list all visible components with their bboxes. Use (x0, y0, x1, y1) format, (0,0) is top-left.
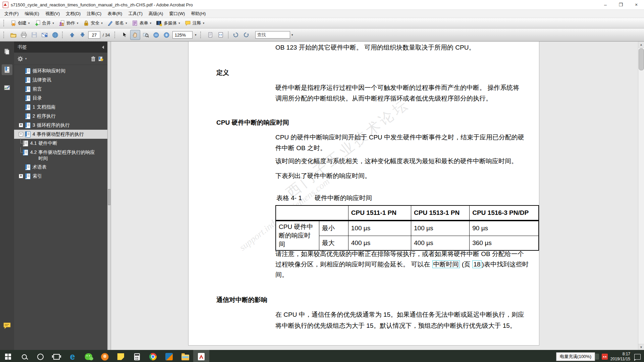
zoom-level-value[interactable]: 125% (172, 31, 193, 39)
table-header-row: CPU 1511-1 PNCPU 1513-1 PNCPU 1516-3 PN/… (276, 205, 539, 221)
bookmarks-panel-tab[interactable] (2, 64, 12, 75)
minimize-button[interactable]: – (598, 0, 613, 9)
interrupt-time-link[interactable]: 18 (472, 260, 481, 268)
zoom-out-button[interactable] (152, 30, 161, 40)
single-page-view-button[interactable] (206, 30, 215, 40)
vertical-scrollbar[interactable]: ▲ ▼ (638, 42, 644, 350)
print-button[interactable] (19, 30, 29, 40)
taskbar-app-explorer[interactable] (177, 350, 193, 362)
multimedia-button[interactable]: 多媒体▾ (154, 19, 182, 27)
bookmark-text: 目录 (33, 95, 42, 101)
bookmark-item-前言[interactable]: 前言 (14, 84, 107, 94)
menu-item-0[interactable]: 文件(F) (1, 10, 22, 18)
taskbar-app-taskview[interactable] (48, 350, 64, 362)
tree-expand-toggle[interactable]: + (19, 174, 23, 178)
marquee-zoom-button[interactable] (141, 30, 151, 40)
menu-item-8[interactable]: 窗口(W) (166, 10, 188, 18)
find-input[interactable] (255, 31, 290, 39)
heading-communication: 通信对中断的影响 (216, 296, 267, 304)
tray-red-app-icon[interactable] (602, 354, 608, 360)
delete-bookmark-trash-icon[interactable] (91, 56, 96, 62)
bookmark-item-1[interactable]: 1文档指南 (14, 103, 107, 112)
bookmark-item-循环和响应时间[interactable]: 循环和响应时间 (14, 66, 107, 75)
save-button[interactable] (30, 30, 39, 40)
scrollbar-thumb[interactable] (639, 48, 644, 70)
bookmark-item-4[interactable]: −4事件驱动型程序的执行 (14, 130, 107, 139)
menu-item-1[interactable]: 编辑(E) (22, 10, 42, 18)
taskbar-app-vmware[interactable] (161, 350, 177, 362)
forms-button[interactable]: 表单▾ (129, 19, 154, 27)
taskbar-app-calculator[interactable] (129, 350, 145, 362)
start-button[interactable] (0, 350, 16, 362)
menu-item-7[interactable]: 高级(A) (146, 10, 166, 18)
taskbar-app-cortana[interactable] (32, 350, 48, 362)
maximize-button[interactable]: ❐ (613, 0, 629, 9)
tree-collapse-toggle[interactable]: − (19, 132, 23, 136)
panel-splitter[interactable] (107, 42, 111, 350)
taskbar-app-edge[interactable]: e (64, 350, 80, 362)
bookmark-item-3[interactable]: +3循环程序的执行 (14, 121, 107, 130)
zoom-in-button[interactable] (162, 30, 171, 40)
signatures-panel-tab[interactable] (2, 82, 12, 93)
bookmark-item-索引[interactable]: +索引 (14, 172, 107, 181)
menu-item-6[interactable]: 工具(T) (125, 10, 146, 18)
bookmark-item-2[interactable]: 2程序执行 (14, 112, 107, 121)
taskbar-app-sticky-notes[interactable] (113, 350, 129, 362)
menu-item-3[interactable]: 文档(D) (63, 10, 84, 18)
taskbar-app-search[interactable] (16, 350, 32, 362)
select-tool-button[interactable] (120, 30, 129, 40)
new-bookmark-icon[interactable] (98, 56, 104, 62)
comment-button[interactable]: 注释▾ (182, 19, 207, 27)
find-dropdown-arrow-icon[interactable]: ▾ (290, 31, 294, 39)
table-value-cell: 100 µs (348, 221, 411, 236)
rotate-counterclockwise-button[interactable] (231, 30, 240, 40)
interrupt-time-link[interactable]: 中断时间 (432, 260, 460, 268)
combine-button[interactable]: 合并▾ (32, 19, 57, 27)
action-center-icon[interactable] (634, 354, 641, 360)
tree-expand-toggle[interactable]: + (19, 123, 23, 127)
taskbar-app-acrobat[interactable] (193, 350, 209, 362)
scroll-up-icon[interactable]: ▲ (638, 42, 644, 48)
comments-panel-tab[interactable] (2, 320, 12, 331)
fit-width-button[interactable] (216, 30, 225, 40)
splitter-grab-handle[interactable] (108, 189, 110, 205)
taskbar-app-headset-app[interactable] (97, 350, 113, 362)
hand-tool-button[interactable] (130, 30, 140, 40)
open-file-button[interactable] (9, 30, 18, 40)
bookmark-item-术语表[interactable]: 术语表 (14, 163, 107, 172)
menu-item-5[interactable]: 表单(R) (104, 10, 125, 18)
collaborate-button[interactable]: 协作▾ (56, 19, 81, 27)
menu-item-9[interactable]: 帮助(H) (188, 10, 209, 18)
menu-item-2[interactable]: 视图(V) (42, 10, 63, 18)
page-number-input[interactable] (88, 31, 100, 39)
taskbar-app-chrome[interactable] (145, 350, 161, 362)
menu-item-4[interactable]: 注释(C) (84, 10, 104, 18)
options-dropdown-arrow-icon[interactable]: ▾ (25, 57, 27, 60)
bookmark-item-法律资讯[interactable]: 法律资讯 (14, 75, 107, 84)
next-page-button[interactable] (78, 30, 87, 40)
bookmark-label: 法律资讯 (33, 77, 51, 83)
pages-panel-tab[interactable] (2, 46, 12, 57)
taskbar-clock[interactable]: 8:172019/11/15 (610, 352, 630, 362)
options-gear-icon[interactable] (17, 56, 23, 62)
collapse-panel-icon[interactable] (102, 46, 104, 49)
create-button[interactable]: 创建▾ (8, 19, 32, 27)
paragraph-communication: 在 CPU 中，通信任务的优先级通常为 15。如果通信任务无法中断或延迟中断执行… (275, 309, 524, 331)
bookmark-item-4.2[interactable]: 4.2事件驱动型程序执行的响应时间 (14, 148, 107, 163)
previous-page-button[interactable] (67, 30, 77, 40)
scroll-down-icon[interactable]: ▼ (638, 344, 644, 350)
security-button[interactable]: 安全▾ (81, 19, 105, 27)
zoom-dropdown-arrow-icon[interactable]: ▾ (194, 31, 198, 39)
sign-button[interactable]: 签名▾ (105, 19, 129, 27)
web-capture-button[interactable] (50, 30, 60, 40)
bookmark-item-目录[interactable]: 目录 (14, 94, 107, 103)
close-button[interactable]: × (629, 0, 644, 9)
rotate-clockwise-button[interactable] (241, 30, 251, 40)
bookmark-item-4.1[interactable]: 4.1硬件中断 (14, 139, 107, 148)
note-line: 过程映像分区，则相应的响应时间可能会延长。 可以在 中断时间 (页 18)表中找… (275, 259, 529, 269)
battery-tooltip: 电量充满(100%) (556, 352, 595, 361)
taskbar-app-wechat[interactable] (80, 350, 97, 362)
clock-date: 2019/11/15 (610, 357, 630, 362)
table-header-cell: CPU 1513-1 PN (411, 205, 470, 221)
email-button[interactable] (40, 30, 49, 40)
